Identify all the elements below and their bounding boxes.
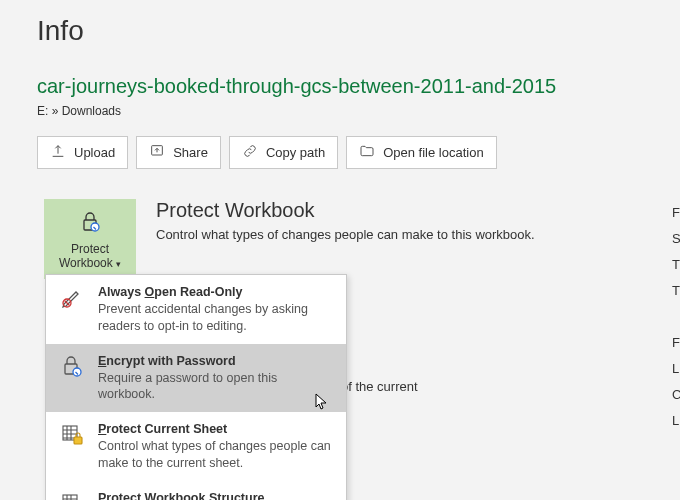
- svg-point-5: [73, 368, 81, 376]
- upload-icon: [50, 143, 66, 162]
- menu-label: Protect Workbook Structure: [98, 490, 332, 500]
- menu-desc: Prevent accidental changes by asking rea…: [98, 301, 332, 335]
- link-icon: [242, 143, 258, 162]
- properties-sidebar-cutoff: F S T T F L C L: [672, 200, 680, 434]
- section-title: Protect Workbook: [156, 199, 535, 222]
- copy-path-label: Copy path: [266, 145, 325, 160]
- open-location-button[interactable]: Open file location: [346, 136, 496, 169]
- file-title: car-journeys-booked-through-gcs-between-…: [0, 51, 680, 100]
- menu-protect-current-sheet[interactable]: Protect Current Sheet Control what types…: [46, 412, 346, 481]
- menu-open-read-only[interactable]: Always Open Read-Only Prevent accidental…: [46, 275, 346, 344]
- svg-rect-7: [74, 437, 82, 444]
- cursor-icon: [315, 393, 329, 411]
- share-label: Share: [173, 145, 208, 160]
- menu-encrypt-password[interactable]: Encrypt with Password Require a password…: [46, 344, 346, 413]
- lock-icon: [78, 210, 102, 237]
- lock-search-icon: [58, 353, 86, 381]
- protect-tile-label: Protect Workbook ▾: [44, 242, 136, 270]
- menu-desc: Control what types of changes people can…: [98, 438, 332, 472]
- svg-point-2: [91, 223, 99, 231]
- section-desc: Control what types of changes people can…: [156, 227, 535, 242]
- open-location-label: Open file location: [383, 145, 483, 160]
- menu-label: Encrypt with Password: [98, 353, 332, 370]
- protect-workbook-menu: Always Open Read-Only Prevent accidental…: [45, 274, 347, 500]
- menu-protect-workbook-structure[interactable]: Protect Workbook Structure Prevent unwan…: [46, 481, 346, 500]
- copy-path-button[interactable]: Copy path: [229, 136, 338, 169]
- workbook-lock-icon: [58, 490, 86, 500]
- protect-workbook-tile[interactable]: Protect Workbook ▾: [44, 199, 136, 279]
- menu-desc: Require a password to open this workbook…: [98, 370, 332, 404]
- share-icon: [149, 143, 165, 162]
- toolbar: Upload Share Copy path Open file locatio…: [0, 136, 680, 169]
- folder-icon: [359, 143, 375, 162]
- share-button[interactable]: Share: [136, 136, 221, 169]
- page-title: Info: [0, 0, 680, 51]
- menu-label: Protect Current Sheet: [98, 421, 332, 438]
- menu-label: Always Open Read-Only: [98, 284, 332, 301]
- upload-label: Upload: [74, 145, 115, 160]
- breadcrumb: E: » Downloads: [0, 100, 680, 136]
- upload-button[interactable]: Upload: [37, 136, 128, 169]
- sheet-lock-icon: [58, 421, 86, 449]
- pencil-slash-icon: [58, 284, 86, 312]
